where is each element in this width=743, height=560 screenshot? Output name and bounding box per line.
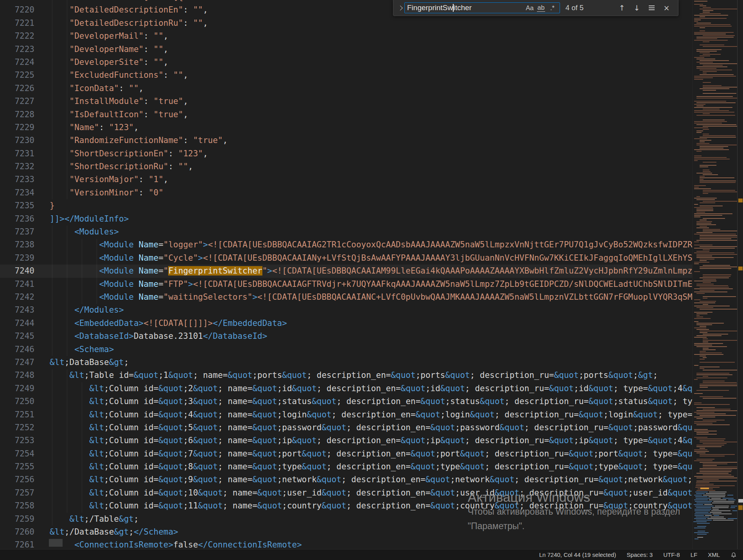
line-number: 7236	[0, 213, 34, 225]
code-line[interactable]: 7222 "DeveloperMail": "",	[0, 30, 692, 43]
code-lines[interactable]: 7219 <ModuleInfo><![CDATA[{7220 "Detaile…	[0, 0, 692, 549]
find-replace-toggle[interactable]	[396, 6, 404, 10]
minimap-line	[696, 143, 709, 144]
minimap-line	[695, 539, 698, 539]
minimap-line	[695, 492, 708, 492]
match-case-icon[interactable]: Aa	[525, 3, 535, 13]
find-in-selection-button[interactable]	[646, 2, 657, 14]
code-line[interactable]: 7237 <Modules>	[0, 225, 692, 238]
code-line[interactable]: 7235}	[0, 199, 692, 212]
minimap-line	[703, 41, 709, 42]
code-line[interactable]: 7240 <Module Name="FingerprintSwitcher">…	[0, 265, 692, 277]
minimap-line	[703, 85, 721, 86]
code-line[interactable]: 7224 "DeveloperSite": "",	[0, 56, 692, 69]
minimap-line	[700, 165, 716, 166]
line-number: 7260	[0, 526, 34, 539]
minimap-line	[694, 156, 702, 156]
code-line[interactable]: 7248 &lt;Table id=&quot;1&quot; name=&qu…	[0, 369, 692, 382]
minimap-line	[700, 220, 707, 220]
overview-ruler[interactable]	[737, 0, 743, 549]
minimap-line	[703, 420, 725, 420]
code-line[interactable]: 7258 &lt;Column id=&quot;11&quot; name=&…	[0, 499, 692, 512]
minimap-line	[694, 76, 736, 77]
notifications-bell-icon[interactable]	[730, 552, 737, 558]
code-line[interactable]: 7243 </Modules>	[0, 304, 692, 317]
minimap-line	[696, 473, 729, 474]
code-line[interactable]: 7261 <ConnectionIsRemote>false</Connecti…	[0, 539, 692, 549]
minimap-line	[695, 513, 711, 514]
code-line[interactable]: 7246 <Schema>	[0, 343, 692, 356]
status-encoding[interactable]: UTF-8	[663, 551, 680, 558]
minimap-line	[707, 518, 726, 519]
code-line[interactable]: 7232 "ShortDescriptionRu": "",	[0, 160, 692, 173]
next-match-button[interactable]: ↓	[631, 2, 642, 14]
minimap-line	[694, 159, 730, 159]
code-line[interactable]: 7228 "IsDefaultIcon": "true",	[0, 108, 692, 121]
code-line[interactable]: 7223 "DeveloperName": "",	[0, 43, 692, 56]
code-line[interactable]: 7251 &lt;Column id=&quot;4&quot; name=&q…	[0, 408, 692, 421]
find-input[interactable]: FingerprintSw itcher Aa ab .*	[404, 2, 560, 13]
minimap-line	[700, 448, 705, 449]
code-line[interactable]: 7259 &lt;/Table&gt;	[0, 513, 692, 526]
code-line[interactable]: 7225 "ExcludedFunctions": "",	[0, 69, 692, 82]
minimap-line	[696, 390, 729, 391]
minimap-line	[700, 226, 707, 227]
line-number: 7231	[0, 147, 34, 160]
minimap-line	[696, 221, 712, 222]
code-line[interactable]: 7227 "InstallModule": "true",	[0, 95, 692, 108]
status-eol[interactable]: LF	[691, 551, 698, 558]
minimap-line	[694, 263, 699, 264]
minimap-line	[711, 517, 724, 517]
status-line-col[interactable]: Ln 7240, Col 44 (19 selected)	[539, 551, 616, 558]
minimap-line	[696, 251, 709, 252]
editor-pane[interactable]: 7219 <ModuleInfo><![CDATA[{7220 "Detaile…	[0, 0, 692, 549]
close-find-button[interactable]: ×	[661, 2, 672, 14]
code-line[interactable]: 7257 &lt;Column id=&quot;10&quot; name=&…	[0, 487, 692, 499]
code-line[interactable]: 7253 &lt;Column id=&quot;6&quot; name=&q…	[0, 434, 692, 447]
code-line[interactable]: 7245 <DatabaseId>Database.23101</Databas…	[0, 330, 692, 343]
code-line[interactable]: 7221 "DetailedDescriptionRu": "",	[0, 17, 692, 30]
code-line[interactable]: 7256 &lt;Column id=&quot;9&quot; name=&q…	[0, 473, 692, 486]
code-line[interactable]: 7233 "VersionMajor": "1",	[0, 173, 692, 186]
status-language[interactable]: XML	[708, 551, 720, 558]
minimap-line	[696, 284, 714, 284]
code-line[interactable]: 7230 "RandomizeFunctionName": "true",	[0, 134, 692, 147]
code-line[interactable]: 7234 "VersionMinor": "0"	[0, 186, 692, 199]
code-line[interactable]: 7252 &lt;Column id=&quot;5&quot; name=&q…	[0, 421, 692, 434]
minimap-line	[704, 504, 712, 505]
code-line[interactable]: 7239 <Module Name="Cycle"><![CDATA[UEsDB…	[0, 252, 692, 265]
minimap-line	[696, 106, 704, 106]
minimap-line	[703, 191, 738, 192]
code-line[interactable]: 7238 <Module Name="logger"><![CDATA[UEsD…	[0, 238, 692, 251]
minimap-line	[694, 213, 732, 214]
minimap-line	[696, 293, 705, 294]
minimap-line	[696, 51, 717, 52]
code-line[interactable]: 7236]]></ModuleInfo>	[0, 213, 692, 225]
minimap-line	[697, 534, 707, 535]
minimap-line	[696, 413, 726, 414]
minimap-line	[696, 520, 711, 521]
code-line[interactable]: 7247&lt;DataBase&gt;	[0, 356, 692, 369]
whole-word-icon[interactable]: ab	[536, 3, 546, 13]
regex-icon[interactable]: .*	[547, 3, 557, 13]
code-line[interactable]: 7231 "ShortDescriptionEn": "123",	[0, 147, 692, 160]
chevron-right-icon	[398, 5, 403, 11]
code-line[interactable]: 7249 &lt;Column id=&quot;2&quot; name=&q…	[0, 382, 692, 395]
code-line[interactable]: 7242 <Module Name="waitingSelectors"><![…	[0, 291, 692, 304]
status-indentation[interactable]: Spaces: 3	[626, 551, 653, 558]
minimap-line	[706, 493, 725, 494]
code-line[interactable]: 7241 <Module Name="FTP"><![CDATA[UEsDBBQ…	[0, 278, 692, 291]
minimap-line	[696, 66, 727, 67]
code-line[interactable]: 7254 &lt;Column id=&quot;7&quot; name=&q…	[0, 447, 692, 460]
minimap[interactable]	[692, 0, 738, 549]
code-line[interactable]: 7244 <EmbeddedData><![CDATA[[]]]></Embed…	[0, 317, 692, 330]
previous-match-button[interactable]: ↑	[616, 2, 628, 14]
line-number: 7222	[0, 30, 34, 43]
code-line[interactable]: 7229 "Name": "123",	[0, 121, 692, 134]
code-line[interactable]: 7255 &lt;Column id=&quot;8&quot; name=&q…	[0, 460, 692, 473]
code-line[interactable]: 7260&lt;/DataBase&gt;</Schema>	[0, 526, 692, 539]
code-line[interactable]: 7250 &lt;Column id=&quot;3&quot; name=&q…	[0, 395, 692, 408]
minimap-line	[703, 265, 730, 266]
minimap-line	[694, 15, 728, 16]
code-line[interactable]: 7226 "IconData": "",	[0, 82, 692, 95]
